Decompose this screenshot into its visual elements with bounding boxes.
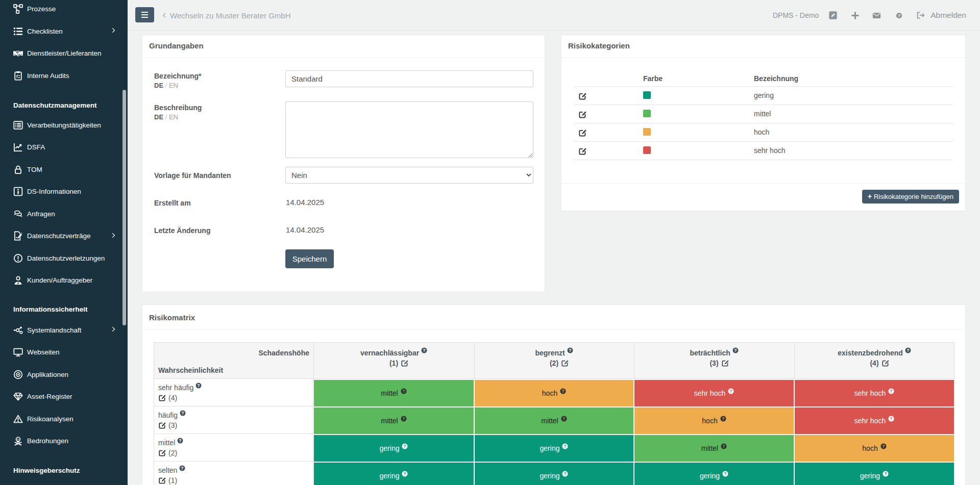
svg-text:?: ? — [723, 444, 725, 449]
svg-text:?: ? — [882, 444, 885, 449]
svg-text:?: ? — [884, 471, 887, 476]
svg-text:?: ? — [402, 416, 405, 421]
svg-text:?: ? — [181, 411, 184, 416]
svg-text:?: ? — [423, 348, 425, 353]
svg-text:?: ? — [404, 444, 406, 449]
svg-text:?: ? — [181, 466, 184, 471]
svg-text:?: ? — [890, 416, 893, 421]
svg-text:?: ? — [179, 438, 182, 443]
svg-text:?: ? — [724, 471, 726, 476]
svg-text:?: ? — [564, 444, 567, 449]
svg-text:?: ? — [402, 389, 405, 394]
svg-text:?: ? — [562, 389, 565, 394]
svg-text:?: ? — [734, 348, 737, 353]
svg-text:?: ? — [722, 416, 724, 421]
svg-text:?: ? — [564, 471, 567, 476]
svg-text:?: ? — [890, 389, 893, 394]
svg-text:?: ? — [569, 348, 571, 353]
svg-text:?: ? — [730, 389, 732, 394]
svg-text:?: ? — [898, 12, 901, 18]
svg-text:?: ? — [198, 383, 200, 388]
svg-text:?: ? — [404, 471, 406, 476]
svg-text:?: ? — [906, 348, 909, 353]
svg-text:?: ? — [562, 416, 565, 421]
